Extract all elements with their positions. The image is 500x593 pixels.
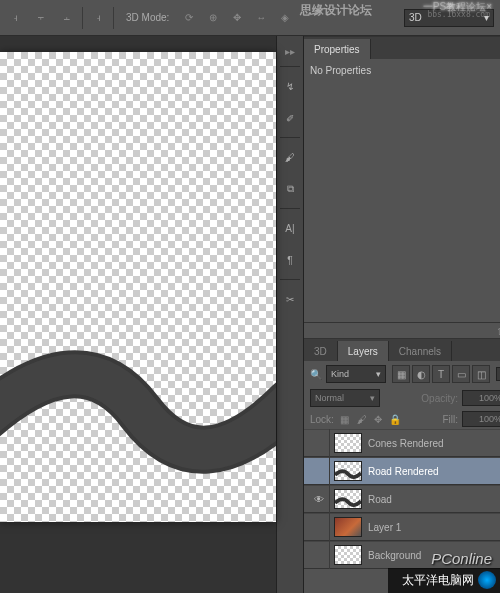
document-canvas[interactable] xyxy=(0,52,276,522)
layer-row[interactable]: Layer 1 xyxy=(304,513,500,541)
layer-name: Road Rendered xyxy=(368,466,439,477)
align-centers-icon[interactable]: ⫟ xyxy=(32,9,50,27)
properties-panel: Properties ▾≡ No Properties 🗑 xyxy=(304,36,500,338)
no-properties-label: No Properties xyxy=(310,65,500,76)
orbit-icon[interactable]: ⟳ xyxy=(179,9,199,27)
pan-icon[interactable]: ✥ xyxy=(227,9,247,27)
filter-adjust-icon[interactable]: ◐ xyxy=(412,365,430,383)
panel-menu-icon[interactable]: ▾≡ xyxy=(496,48,500,59)
lock-transparent-icon[interactable]: ▦ xyxy=(338,412,352,426)
layer-row[interactable]: Road Rendered xyxy=(304,457,500,485)
layer-row[interactable]: Cones Rendered xyxy=(304,429,500,457)
road-path xyxy=(0,52,276,522)
visibility-toggle[interactable] xyxy=(308,457,330,485)
brush-presets-icon[interactable]: ✐ xyxy=(277,105,303,131)
dropdown-caret-icon: ▾ xyxy=(370,393,375,403)
distribute-icon[interactable]: ⫞ xyxy=(89,9,107,27)
layer-list: Cones Rendered Road Rendered 👁 Road xyxy=(304,429,500,569)
align-right-edges-icon[interactable]: ⫠ xyxy=(58,9,76,27)
options-bar: ⫞ ⫟ ⫠ ⫞ 3D Mode: ⟳ ⊕ ✥ ↔ ◈ 3D ▾ xyxy=(0,0,500,36)
layer-thumb[interactable] xyxy=(334,545,362,565)
character-icon[interactable]: A| xyxy=(277,215,303,241)
layer-thumb[interactable] xyxy=(334,517,362,537)
panel-handle-icon[interactable]: ▸▸ xyxy=(287,42,293,60)
tab-channels[interactable]: Channels xyxy=(389,341,452,361)
properties-empty-area xyxy=(304,82,500,322)
canvas-area xyxy=(0,36,276,593)
filter-type-icon[interactable]: T xyxy=(432,365,450,383)
fill-field[interactable]: 100%▾ xyxy=(462,411,500,427)
layer-thumb[interactable] xyxy=(334,489,362,509)
lock-label: Lock: xyxy=(310,414,334,425)
blend-mode-value: Normal xyxy=(315,393,344,403)
top-select-value: 3D xyxy=(409,12,422,23)
collapsed-panel-strip: ▸▸ ↯ ✐ 🖌 ⧉ A| ¶ ✂ xyxy=(276,36,304,593)
lock-all-icon[interactable]: 🔒 xyxy=(388,412,402,426)
align-left-edges-icon[interactable]: ⫞ xyxy=(6,9,24,27)
visibility-toggle[interactable] xyxy=(308,513,330,541)
filter-kind-select[interactable]: Kind ▾ xyxy=(326,365,386,383)
visibility-toggle[interactable] xyxy=(308,429,330,457)
filter-smart-icon[interactable]: ◫ xyxy=(472,365,490,383)
layer-name: Background xyxy=(368,550,421,561)
trash-icon[interactable]: 🗑 xyxy=(494,325,500,336)
brush-icon[interactable]: 🖌 xyxy=(277,144,303,170)
tab-3d[interactable]: 3D xyxy=(304,341,338,361)
tab-properties[interactable]: Properties xyxy=(304,39,371,59)
layers-panel-menu-icon[interactable]: ▾≡ xyxy=(496,350,500,361)
filter-kind-label: Kind xyxy=(331,369,349,379)
filter-pixel-icon[interactable]: ▦ xyxy=(392,365,410,383)
layers-panel: 3D Layers Channels ▾≡ 🔍 Kind ▾ ▦ ◐ T ▭ ◫ xyxy=(304,338,500,569)
dropdown-caret-icon: ▾ xyxy=(484,12,489,23)
search-icon: 🔍 xyxy=(310,369,322,380)
paragraph-icon[interactable]: ¶ xyxy=(277,247,303,273)
visibility-toggle[interactable]: 👁 xyxy=(308,485,330,513)
dropdown-caret-icon: ▾ xyxy=(376,369,381,379)
scale-icon[interactable]: ◈ xyxy=(275,9,295,27)
layer-row[interactable]: 👁 Road xyxy=(304,485,500,513)
filter-toggle[interactable] xyxy=(496,367,500,381)
lock-position-icon[interactable]: ✥ xyxy=(371,412,385,426)
layer-name: Road xyxy=(368,494,392,505)
mode-label: 3D Mode: xyxy=(126,12,169,23)
lock-image-icon[interactable]: 🖌 xyxy=(355,412,369,426)
history-icon[interactable]: ↯ xyxy=(277,73,303,99)
top-select-3d[interactable]: 3D ▾ xyxy=(404,9,494,27)
blend-mode-select[interactable]: Normal ▾ xyxy=(310,389,380,407)
layer-name: Layer 1 xyxy=(368,522,401,533)
tool-presets-icon[interactable]: ✂ xyxy=(277,286,303,312)
clone-source-icon[interactable]: ⧉ xyxy=(277,176,303,202)
filter-shape-icon[interactable]: ▭ xyxy=(452,365,470,383)
opacity-label: Opacity: xyxy=(421,393,458,404)
roll-icon[interactable]: ⊕ xyxy=(203,9,223,27)
slide-icon[interactable]: ↔ xyxy=(251,9,271,27)
fill-label: Fill: xyxy=(442,414,458,425)
opacity-field[interactable]: 100%▾ xyxy=(462,390,500,406)
visibility-toggle[interactable] xyxy=(308,541,330,569)
eye-icon: 👁 xyxy=(314,494,324,505)
layer-thumb[interactable] xyxy=(334,433,362,453)
layer-name: Cones Rendered xyxy=(368,438,444,449)
layer-row[interactable]: Background 🔒 xyxy=(304,541,500,569)
tab-layers[interactable]: Layers xyxy=(338,341,389,361)
layer-thumb[interactable] xyxy=(334,461,362,481)
